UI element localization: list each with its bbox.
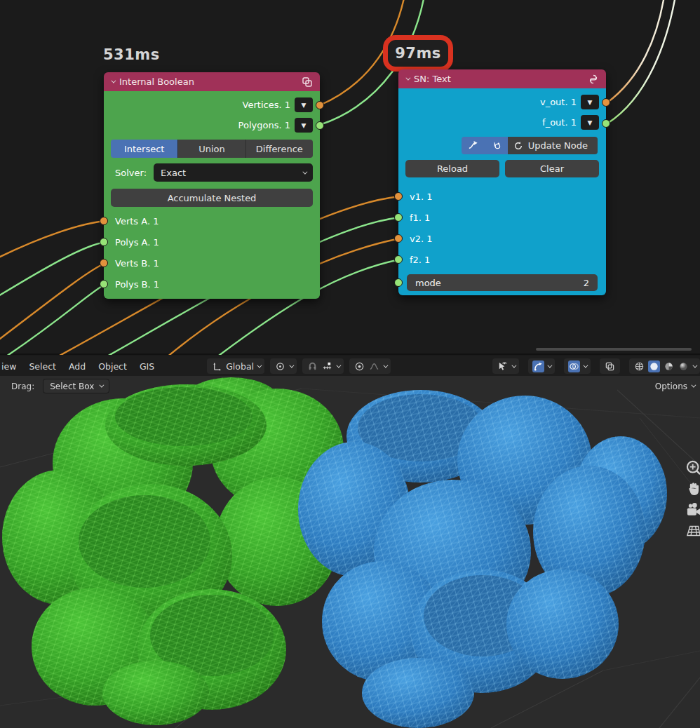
options-dropdown[interactable]: Options <box>651 380 699 393</box>
mode-value-field[interactable]: mode 2 <box>407 274 598 291</box>
chevron-down-icon <box>383 363 388 368</box>
mode-value: 2 <box>584 278 589 288</box>
chevron-down-icon <box>691 383 696 388</box>
update-node-button[interactable]: Update Node <box>508 137 598 154</box>
refresh-icon <box>513 141 523 151</box>
node-title: SN: Text <box>414 74 451 84</box>
select-box-dropdown[interactable]: Select Box <box>43 379 109 393</box>
polygons-dropdown-button[interactable]: ▼ <box>295 118 313 133</box>
collapse-chevron-icon[interactable] <box>111 79 116 83</box>
orientation-value: Global <box>226 361 254 372</box>
difference-button[interactable]: Difference <box>246 140 313 158</box>
v-out-dropdown-button[interactable]: ▼ <box>581 95 599 109</box>
reload-button[interactable]: Reload <box>405 160 499 177</box>
sn-text-header[interactable]: SN: Text <box>398 69 606 88</box>
vertices-output-socket[interactable] <box>316 101 324 109</box>
vertices-dropdown-button[interactable]: ▼ <box>295 97 313 112</box>
falloff-curve-icon[interactable] <box>368 360 380 372</box>
mode-input-socket[interactable] <box>394 278 403 287</box>
show-gizmo-icon[interactable] <box>532 360 544 372</box>
blender-window: 531ms 97ms Internal Boolean Vertices. 1 … <box>0 0 700 728</box>
boolean-mode-segmented-control: Intersect Union Difference <box>111 140 313 158</box>
toggle-perspective-grid-button[interactable] <box>685 522 700 543</box>
polygons-output-socket[interactable] <box>316 121 324 130</box>
menu-add[interactable]: Add <box>62 361 92 372</box>
internal-boolean-node[interactable]: Internal Boolean Vertices. 1 ▼ Polygons.… <box>104 72 320 299</box>
union-button[interactable]: Union <box>178 140 245 158</box>
gizmos-dropdown[interactable] <box>528 358 555 374</box>
chevron-down-icon <box>336 363 341 368</box>
object-visibility-dropdown[interactable] <box>492 358 519 374</box>
v1-input-socket[interactable] <box>394 192 403 201</box>
clear-button[interactable]: Clear <box>505 160 599 177</box>
xray-icon <box>604 360 616 372</box>
collapse-chevron-icon[interactable] <box>405 76 410 81</box>
proportional-edit-controls[interactable] <box>349 358 391 374</box>
f1-input-socket[interactable] <box>394 213 403 222</box>
options-label: Options <box>655 382 687 391</box>
sn-text-node[interactable]: SN: Text v_out. 1 ▼ f_out. 1 ▼ <box>398 69 606 295</box>
mode-label: mode <box>415 278 441 288</box>
f2-input-socket[interactable] <box>394 255 403 264</box>
output-label: v_out. 1 <box>540 97 577 107</box>
menu-object[interactable]: Object <box>92 361 133 372</box>
f-out-output-socket[interactable] <box>602 119 610 128</box>
overlays-dropdown[interactable] <box>564 358 591 374</box>
accumulate-nested-button[interactable]: Accumulate Nested <box>111 189 313 207</box>
polys-a-input-socket[interactable] <box>100 238 108 246</box>
orientation-axes-icon <box>211 360 223 372</box>
output-row-v-out: v_out. 1 ▼ <box>398 92 606 112</box>
animate-node-toggle-button[interactable] <box>462 137 485 154</box>
verts-b-input-socket[interactable] <box>100 259 108 267</box>
shading-solid-icon[interactable] <box>648 360 660 372</box>
menu-select[interactable]: Select <box>22 361 62 372</box>
intersect-button[interactable]: Intersect <box>111 140 178 158</box>
snap-controls[interactable] <box>302 358 344 374</box>
camera-view-button[interactable] <box>685 501 700 522</box>
transform-orientation-dropdown[interactable]: Global <box>207 358 264 374</box>
refresh-current-toggle-button[interactable] <box>485 137 508 154</box>
output-label: Polygons. 1 <box>238 120 290 130</box>
chevron-down-icon <box>257 363 262 368</box>
shading-rendered-icon[interactable] <box>678 360 689 372</box>
editor-scrollbar[interactable] <box>536 348 692 351</box>
output-row-polygons: Polygons. 1 ▼ <box>104 115 320 135</box>
shading-material-icon[interactable] <box>663 360 675 372</box>
f-out-dropdown-button[interactable]: ▼ <box>581 115 599 130</box>
pivot-point-icon <box>274 360 286 372</box>
python-script-icon <box>588 74 599 85</box>
input-row-polys-b: Polys B. 1 <box>104 274 320 295</box>
scene-render <box>0 376 700 728</box>
solver-select[interactable]: Exact <box>154 163 313 182</box>
verts-a-input-socket[interactable] <box>100 217 108 225</box>
shading-wireframe-icon[interactable] <box>633 360 645 372</box>
show-overlays-icon[interactable] <box>568 360 580 372</box>
menu-gis[interactable]: GIS <box>133 361 161 372</box>
snap-increment-icon[interactable] <box>321 360 333 372</box>
polys-b-input-socket[interactable] <box>100 280 108 288</box>
input-row-polys-a: Polys A. 1 <box>104 231 320 252</box>
output-label: f_out. 1 <box>542 117 577 128</box>
green-boolean-mesh <box>2 377 344 725</box>
xray-toggle-button[interactable] <box>600 358 620 374</box>
internal-boolean-header[interactable]: Internal Boolean <box>104 72 320 91</box>
timing-label-text-node: 97ms <box>395 45 441 62</box>
viewport-3d[interactable]: Drag: Select Box Options Z Y <box>0 376 700 728</box>
chevron-down-icon <box>692 363 697 368</box>
snap-magnet-icon[interactable] <box>307 360 318 372</box>
menu-view[interactable]: iew <box>0 361 22 372</box>
input-row-v2: v2. 1 <box>398 228 606 249</box>
output-label: Vertices. 1 <box>243 100 290 110</box>
move-view-hand-button[interactable] <box>685 480 700 501</box>
output-row-f-out: f_out. 1 ▼ <box>398 112 606 133</box>
pivot-point-dropdown[interactable] <box>270 358 297 374</box>
node-editor: 531ms 97ms Internal Boolean Vertices. 1 … <box>0 0 700 355</box>
timing-annotation-highlight: 97ms <box>383 35 453 72</box>
v-out-output-socket[interactable] <box>602 98 610 107</box>
chevron-down-icon <box>511 363 516 368</box>
proportional-edit-icon[interactable] <box>354 360 365 372</box>
visibility-pointer-icon <box>497 360 509 372</box>
zoom-view-button[interactable] <box>685 459 700 480</box>
output-row-vertices: Vertices. 1 ▼ <box>104 95 320 115</box>
v2-input-socket[interactable] <box>394 234 403 243</box>
